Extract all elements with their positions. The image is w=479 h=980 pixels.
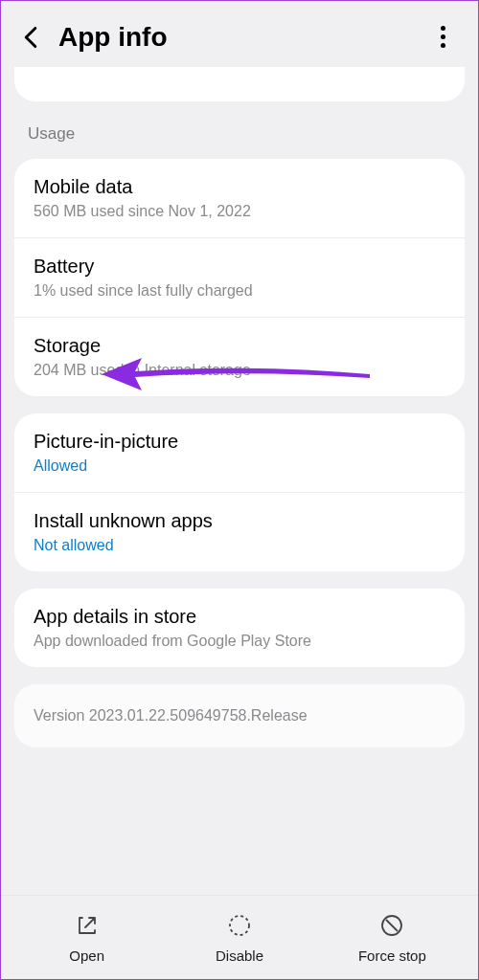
app-details-sub: App downloaded from Google Play Store	[34, 633, 445, 650]
mobile-data-sub: 560 MB used since Nov 1, 2022	[34, 203, 445, 220]
version-card: Version 2023.01.22.509649758.Release	[14, 684, 465, 747]
pip-item[interactable]: Picture-in-picture Allowed	[14, 413, 465, 492]
mobile-data-item[interactable]: Mobile data 560 MB used since Nov 1, 202…	[14, 159, 465, 237]
settings-card: Picture-in-picture Allowed Install unkno…	[14, 413, 465, 571]
disable-label: Disable	[216, 947, 263, 964]
app-details-title: App details in store	[34, 606, 445, 628]
content-area: Usage Mobile data 560 MB used since Nov …	[1, 67, 478, 747]
bottom-bar: Open Disable Force stop	[1, 895, 478, 979]
open-label: Open	[69, 947, 104, 964]
disable-icon	[227, 913, 252, 938]
force-stop-icon	[379, 913, 404, 938]
install-unknown-title: Install unknown apps	[34, 510, 445, 532]
disable-button[interactable]: Disable	[163, 913, 315, 964]
force-stop-button[interactable]: Force stop	[316, 913, 468, 964]
storage-item[interactable]: Storage 204 MB used in Internal storage	[14, 317, 465, 396]
app-details-card: App details in store App downloaded from…	[14, 589, 465, 667]
usage-card: Mobile data 560 MB used since Nov 1, 202…	[14, 159, 465, 396]
storage-sub: 204 MB used in Internal storage	[34, 362, 445, 379]
open-button[interactable]: Open	[11, 913, 163, 964]
version-text: Version 2023.01.22.509649758.Release	[34, 707, 445, 724]
header: App info	[1, 1, 478, 67]
battery-sub: 1% used since last fully charged	[34, 282, 445, 300]
battery-title: Battery	[34, 256, 445, 278]
partial-card	[14, 67, 465, 101]
install-unknown-sub: Not allowed	[34, 537, 445, 554]
back-icon[interactable]	[20, 27, 41, 48]
open-icon	[75, 913, 100, 938]
more-icon[interactable]	[427, 20, 459, 54]
pip-title: Picture-in-picture	[34, 431, 445, 453]
force-stop-label: Force stop	[358, 947, 426, 964]
storage-title: Storage	[34, 335, 445, 357]
svg-point-0	[230, 916, 249, 935]
app-details-item[interactable]: App details in store App downloaded from…	[14, 589, 465, 667]
pip-sub: Allowed	[34, 457, 445, 475]
mobile-data-title: Mobile data	[34, 176, 445, 198]
page-title: App info	[58, 22, 410, 53]
usage-section-label: Usage	[14, 124, 465, 159]
battery-item[interactable]: Battery 1% used since last fully charged	[14, 237, 465, 317]
install-unknown-item[interactable]: Install unknown apps Not allowed	[14, 492, 465, 571]
